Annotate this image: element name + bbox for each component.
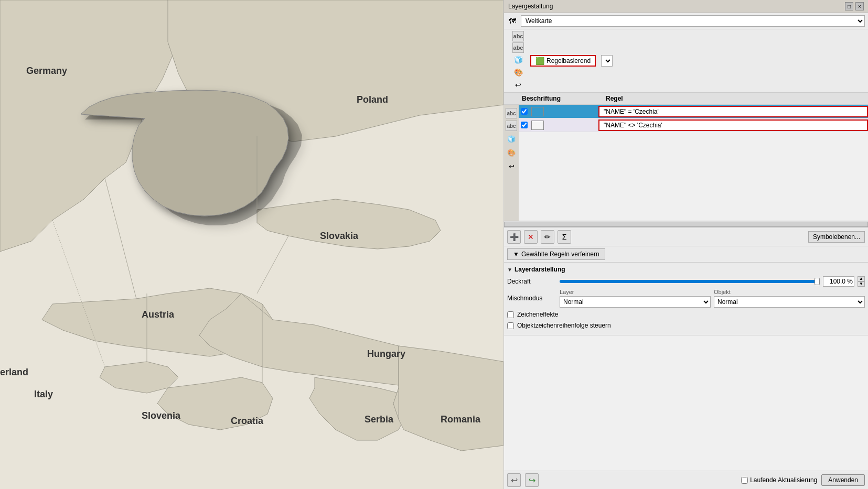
- gewaehlte-arrow: ▼: [513, 251, 519, 258]
- layer-mischmode-select[interactable]: Normal: [560, 296, 711, 308]
- objektzeichenreihenfolge-label: Objektzeichenreihenfolge steuern: [517, 322, 611, 329]
- label-austria: Austria: [142, 309, 174, 320]
- opacity-slider-track[interactable]: [560, 280, 820, 283]
- panel-title: Layergestaltung: [508, 3, 553, 10]
- cube-icon[interactable]: 🧊: [512, 54, 524, 66]
- layer-mischmode-group: Layer Normal: [560, 289, 711, 308]
- label-romania: Romania: [441, 414, 480, 425]
- label-hungary: Hungary: [367, 349, 405, 360]
- symbolebenen-button[interactable]: Symbolebenen...: [808, 231, 865, 243]
- remove-rule-button[interactable]: ✕: [524, 230, 538, 244]
- objektzeichenreihenfolge-checkbox[interactable]: [507, 322, 514, 329]
- layer-dropdown[interactable]: Weltkarte: [521, 15, 865, 27]
- abc-side-icon-2[interactable]: abc: [506, 121, 517, 131]
- rule-row-2[interactable]: "NAME" <> 'Czechia': [519, 118, 868, 132]
- bottom-action-bar: ↩ ↪ Laufende Aktualisierung Anwenden: [504, 471, 868, 489]
- objekt-mischmode-select[interactable]: Normal: [714, 296, 865, 308]
- rule-text-2: "NAME" <> 'Czechia': [598, 119, 868, 131]
- label-erland: erland: [0, 367, 28, 378]
- toolbar-row: 🗺 Weltkarte: [504, 13, 868, 29]
- mischmodus-row: Mischmodus Layer Normal Objekt Normal: [507, 289, 865, 308]
- laufende-aktualisierung-row: Laufende Aktualisierung: [741, 476, 817, 484]
- rules-list: "NAME" = 'Czechia' "NAME" <> 'Czechia': [519, 105, 868, 221]
- zeicheneffekte-label: Zeicheneffekte: [517, 311, 559, 318]
- renderer-row: abc abc 🧊 🎨 ↩ 🟩 Regelbasierend: [504, 29, 868, 93]
- laufende-aktualisierung-label: Laufende Aktualisierung: [750, 476, 817, 484]
- abc-icon-1[interactable]: abc: [512, 31, 524, 41]
- label-croatia: Croatia: [231, 416, 263, 427]
- arrow-side-icon[interactable]: ↩: [506, 160, 517, 172]
- laufende-aktualisierung-checkbox[interactable]: [741, 477, 748, 484]
- undo-button[interactable]: ↩: [507, 473, 521, 487]
- layerdarstellung-header: ▼ Layerdarstellung: [507, 266, 865, 273]
- palette-side-icon[interactable]: 🎨: [506, 147, 517, 158]
- gewaehlte-label: Gewählte Regeln verfeinern: [521, 251, 599, 258]
- renderer-box[interactable]: 🟩 Regelbasierend: [530, 55, 596, 67]
- zeicheneffekte-row: Zeicheneffekte: [507, 310, 865, 319]
- left-icons-bar: abc abc 🧊 🎨 ↩: [504, 105, 519, 221]
- layerdarstellung-section: ▼ Layerdarstellung Deckraft ▲ ▼ Mischmod…: [504, 263, 868, 335]
- rule-swatch-1: [531, 107, 544, 116]
- opacity-input[interactable]: [823, 276, 854, 287]
- sigma-button[interactable]: Σ: [558, 230, 571, 244]
- palette-icon[interactable]: 🎨: [512, 67, 524, 78]
- panel-header: Layergestaltung □ ×: [504, 0, 868, 13]
- label-germany: Germany: [26, 66, 67, 77]
- map-area: Germany Poland Slovakia Austria Hungary …: [0, 0, 503, 489]
- mischmode-combos: Layer Normal Objekt Normal: [560, 289, 865, 308]
- spacer: [504, 335, 868, 471]
- col-beschriftung-header: Beschriftung: [519, 94, 603, 103]
- triangle-icon: ▼: [507, 267, 512, 273]
- opacity-slider-thumb[interactable]: [815, 278, 820, 285]
- rule-check-1[interactable]: [519, 108, 529, 115]
- objektzeichenreihenfolge-row: Objektzeichenreihenfolge steuern: [507, 321, 865, 330]
- zeicheneffekte-checkbox[interactable]: [507, 311, 514, 318]
- right-panel: Layergestaltung □ × 🗺 Weltkarte abc abc …: [503, 0, 868, 489]
- anwenden-button[interactable]: Anwenden: [821, 474, 865, 486]
- renderer-label: Regelbasierend: [546, 57, 591, 64]
- close-button[interactable]: ×: [855, 2, 864, 10]
- map-icon: 🗺: [507, 16, 518, 26]
- add-rule-button[interactable]: ➕: [507, 230, 521, 244]
- redo-button[interactable]: ↪: [525, 473, 539, 487]
- label-italy: Italy: [34, 389, 53, 400]
- layerdarstellung-title: Layerdarstellung: [515, 266, 565, 273]
- deckraft-row: Deckraft ▲ ▼: [507, 276, 865, 287]
- objekt-mischmode-group: Objekt Normal: [714, 289, 865, 308]
- rule-row-1[interactable]: "NAME" = 'Czechia': [519, 105, 868, 118]
- label-slovenia: Slovenia: [142, 410, 180, 421]
- restore-button[interactable]: □: [845, 2, 853, 10]
- bottom-toolbar: ➕ ✕ ✏ Σ Symbolebenen...: [504, 228, 868, 246]
- h-scroll-bar[interactable]: [504, 221, 868, 228]
- col-regel-header: Regel: [603, 94, 868, 103]
- label-serbia: Serbia: [365, 414, 393, 425]
- cube-side-icon[interactable]: 🧊: [506, 133, 517, 145]
- rules-section: Beschriftung Regel abc abc 🧊 🎨 ↩: [504, 93, 868, 228]
- rules-header: Beschriftung Regel: [504, 93, 868, 105]
- deckraft-label: Deckraft: [507, 278, 560, 285]
- spinner-down[interactable]: ▼: [858, 281, 865, 287]
- rule-text-1: "NAME" = 'Czechia': [598, 106, 868, 117]
- slider-container: ▲ ▼: [560, 276, 865, 287]
- edit-rule-button[interactable]: ✏: [541, 230, 554, 244]
- opacity-spinner[interactable]: ▲ ▼: [858, 276, 865, 287]
- label-poland: Poland: [357, 94, 388, 105]
- renderer-select[interactable]: [601, 55, 613, 67]
- gewaehlte-regeln-row: ▼ Gewählte Regeln verfeinern: [504, 246, 868, 263]
- arrow-icon[interactable]: ↩: [512, 79, 524, 91]
- gewaehlte-regeln-button[interactable]: ▼ Gewählte Regeln verfeinern: [507, 248, 605, 260]
- mischmodus-label: Mischmodus: [507, 295, 560, 302]
- rule-swatch-2: [531, 121, 544, 130]
- rules-content: abc abc 🧊 🎨 ↩ "NAME" = 'Czechia': [504, 105, 868, 221]
- label-slovakia: Slovakia: [320, 231, 358, 242]
- abc-icon-2[interactable]: abc: [512, 42, 524, 53]
- rule-check-2[interactable]: [519, 122, 529, 128]
- h-scrollbar-track[interactable]: [504, 222, 868, 227]
- spinner-up[interactable]: ▲: [858, 276, 865, 281]
- layer-sublabel: Layer: [560, 289, 711, 295]
- objekt-sublabel: Objekt: [714, 289, 865, 295]
- abc-side-icon-1[interactable]: abc: [506, 108, 517, 118]
